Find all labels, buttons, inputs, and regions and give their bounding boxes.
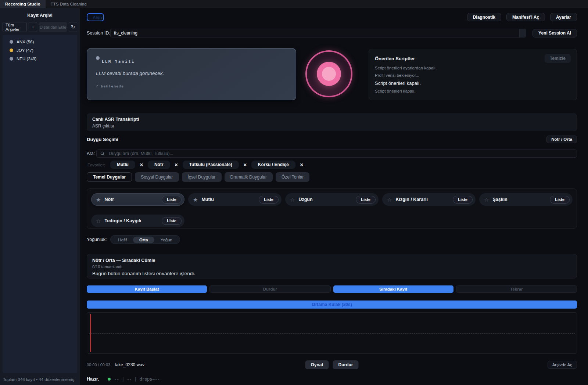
emotion-card-label: Üzgün — [298, 197, 352, 202]
main-panel: ← Arşiv Diagnostik Manifest'i Aç Ayarlar… — [87, 0, 577, 385]
favorite-chip[interactable]: Nötr — [148, 161, 170, 169]
archive-summary: Toplam 346 kayıt • 44 düzenlenmemiş — [3, 377, 74, 382]
emotion-list-button[interactable]: Liste — [356, 196, 376, 204]
emotion-search-box — [96, 150, 577, 158]
favorite-star-icon[interactable] — [96, 197, 101, 202]
archive-list-item[interactable]: JOY (47) — [3, 46, 77, 54]
waveform-centerline — [89, 333, 575, 334]
emotion-search-input[interactable] — [109, 151, 577, 156]
record-start-button[interactable]: Kayıt Başlat — [87, 285, 207, 293]
search-label: Ara: — [87, 151, 96, 156]
emotion-category-tab[interactable]: Temel Duygular — [87, 172, 132, 182]
archive-item-label: JOY (47) — [17, 48, 33, 53]
intensity-option[interactable]: Yoğun — [154, 237, 179, 243]
stop-playback-button[interactable]: Durdur — [333, 360, 359, 369]
header-button[interactable]: Diagnostik — [467, 13, 501, 21]
waveform-panel — [87, 312, 577, 354]
emotion-card[interactable]: Nötr Liste — [91, 193, 184, 206]
player-row: 00:00 / 00:03 take_0230.wav Oynat Durdur… — [87, 360, 577, 369]
next-sentence-panel: Nötr / Orta — Sıradaki Cümle 0/10 tamaml… — [87, 254, 577, 278]
ambient-listen-button[interactable]: Ortama Kulak (30s) — [87, 301, 577, 309]
emotion-category-tab[interactable]: Sosyal Duygular — [135, 172, 179, 182]
emotion-category-tab[interactable]: Özel Tonlar — [276, 172, 309, 182]
remove-favorite-icon[interactable]: ✕ — [295, 161, 308, 169]
header-button[interactable]: Ayarlar — [550, 13, 577, 21]
emotion-card[interactable]: Mutlu Liste — [188, 193, 282, 206]
archive-sidebar: Kayıt Arşivi Tüm Arşivler + Dışarıdan Ek… — [0, 8, 80, 385]
favorite-entry: Mutlu ✕ — [110, 161, 148, 169]
intensity-option[interactable]: Hafif — [112, 237, 133, 243]
archive-dot-icon — [10, 40, 13, 44]
emotion-list-button[interactable]: Liste — [550, 196, 570, 204]
remove-favorite-icon[interactable]: ✕ — [135, 161, 148, 169]
emotion-list-button[interactable]: Liste — [162, 217, 182, 225]
favorite-star-icon[interactable] — [387, 197, 392, 202]
search-icon — [100, 151, 105, 156]
llm-status-text: ? beklemede — [96, 84, 124, 88]
sentence-panel-title: Nötr / Orta — Sıradaki Cümle — [92, 258, 571, 263]
emotion-card-label: Nötr — [104, 197, 158, 202]
record-stop-button[interactable]: Durdur — [209, 285, 330, 293]
favorite-entry: Tutkulu (Passionate) ✕ — [183, 161, 251, 169]
intensity-option[interactable]: Orta — [133, 237, 154, 243]
emotion-list-button[interactable]: Liste — [453, 196, 473, 204]
topbar-tab[interactable]: TTS Data Cleaning — [46, 0, 92, 8]
emotion-category-tab[interactable]: İçsel Duygular — [182, 172, 222, 182]
new-session-button[interactable]: Yeni Session Al — [533, 29, 577, 37]
clear-scripts-button[interactable]: Temizle — [545, 54, 571, 63]
header-row: ← Arşiv Diagnostik Manifest'i Aç Ayarlar — [87, 13, 577, 21]
archive-list-item[interactable]: NEU (243) — [3, 54, 77, 63]
emotion-list-button[interactable]: Liste — [259, 196, 279, 204]
top-panels-row: LLM Yaniti LLM cevabi burada gorunecek. … — [87, 48, 577, 101]
archive-filter-select[interactable]: Tüm Arşivler — [3, 22, 27, 32]
session-id-input[interactable] — [111, 30, 526, 36]
archive-back-button[interactable]: ← Arşiv — [87, 13, 104, 21]
import-external-button[interactable]: Dışarıdan Ekle — [39, 22, 67, 32]
favorite-star-icon[interactable] — [290, 197, 295, 202]
record-level-mid-circle — [317, 62, 341, 86]
emotion-category-tab[interactable]: Dramatik Duygular — [225, 172, 273, 182]
emotion-search-row: Ara: — [87, 150, 577, 158]
archive-dot-icon — [10, 57, 13, 61]
emotion-category-tabs: Temel Duygular Sosyal Duygular İçsel Duy… — [87, 172, 577, 182]
retry-take-button[interactable]: Tekrar — [456, 285, 577, 293]
emotion-card[interactable]: Şaşkın Liste — [479, 193, 573, 206]
favorite-star-icon[interactable] — [193, 197, 198, 202]
emotion-card[interactable]: Üzgün Liste — [285, 193, 379, 206]
header-buttons: Diagnostik Manifest'i Aç Ayarlar — [467, 13, 577, 21]
intensity-segmented-control: Hafif Orta Yoğun — [110, 235, 180, 244]
archive-item-label: ANX (56) — [17, 40, 34, 44]
favorite-chip[interactable]: Mutlu — [110, 161, 135, 169]
recording-studio-app: Recording Studio TTS Data Cleaning Kayıt… — [0, 0, 588, 385]
refresh-icon[interactable]: ↻ — [69, 22, 77, 32]
favorite-star-icon[interactable] — [484, 197, 489, 202]
add-archive-button[interactable]: + — [29, 22, 37, 32]
emotion-list-button[interactable]: Liste — [162, 196, 182, 204]
play-button[interactable]: Oynat — [305, 360, 329, 369]
archive-controls: Tüm Arşivler + Dışarıdan Ekle ↻ — [3, 22, 77, 32]
sentence-text: Bugün bütün donanım listesi envantere iş… — [92, 271, 571, 276]
remove-favorite-icon[interactable]: ✕ — [170, 161, 183, 169]
remove-favorite-icon[interactable]: ✕ — [239, 161, 251, 169]
emotion-card[interactable]: Tedirgin / Kaygılı Liste — [91, 215, 184, 227]
asr-output-text: ASR çıktısı — [92, 123, 571, 129]
archive-list-item[interactable]: ANX (56) — [3, 37, 77, 46]
next-take-button[interactable]: Sıradaki Kayıt — [333, 285, 453, 293]
session-input-endcap — [519, 29, 526, 37]
asr-transcript-panel: Canlı ASR Transkripti ASR çıktısı — [87, 114, 577, 131]
player-buttons: Oynat Durdur — [305, 360, 358, 369]
emotion-card[interactable]: Kızgın / Kararlı Liste — [382, 193, 476, 206]
llm-placeholder-text: LLM cevabi burada gorunecek. — [96, 71, 164, 76]
script-status-line: Profil verisi bekleniyor... — [375, 73, 571, 78]
favorite-star-icon[interactable] — [96, 218, 101, 224]
archive-list: ANX (56) JOY (47) NEU (243) — [3, 35, 77, 373]
favorite-chip[interactable]: Tutkulu (Passionate) — [183, 161, 239, 169]
script-status-line: Script önerileri kapalı. — [375, 89, 571, 93]
open-in-archive-button[interactable]: Arşivde Aç — [548, 361, 577, 369]
take-filename: take_0230.wav — [115, 362, 144, 367]
topbar-tab[interactable]: Recording Studio — [0, 0, 46, 8]
favorite-chip[interactable]: Korku / Endişe — [251, 161, 295, 169]
header-button[interactable]: Manifest'i Aç — [506, 13, 545, 21]
emotion-section-title: Duygu Seçimi — [87, 137, 118, 142]
intensity-row: Yoğunluk: Hafif Orta Yoğun — [87, 235, 180, 244]
